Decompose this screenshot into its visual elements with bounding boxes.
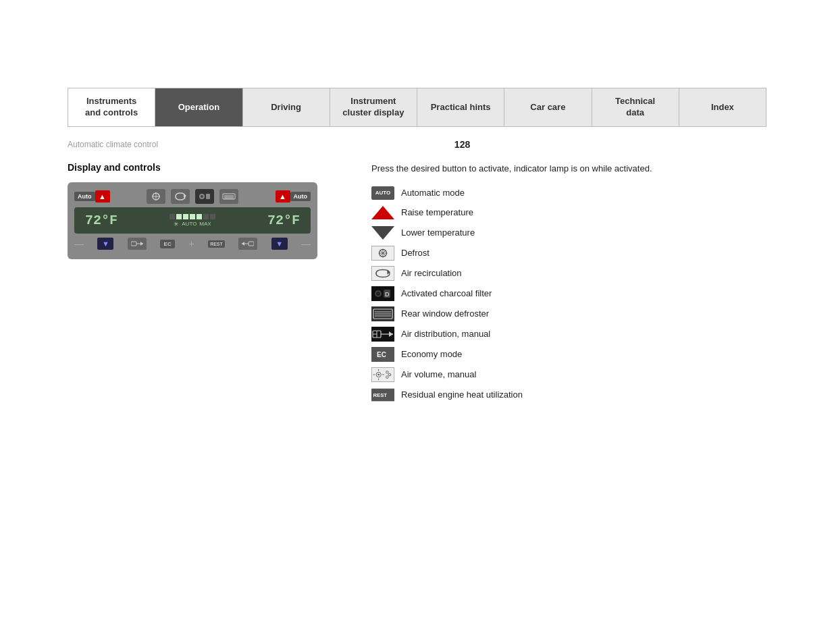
nav-item-instrument-cluster[interactable]: Instrument cluster display (330, 88, 417, 126)
panel-lower-btn-left[interactable]: ▼ (97, 238, 113, 250)
lcd-temp-left: 72°F (85, 213, 118, 228)
panel-rear-defroster-icon[interactable] (219, 189, 238, 204)
feature-row-defrost: Defrost (371, 246, 766, 261)
nav-item-index[interactable]: Index (679, 88, 766, 126)
feature-row-rear: Rear window defroster (371, 306, 766, 321)
badge-ec-icon: EC (371, 347, 394, 362)
lcd-temp-right: 72°F (267, 213, 300, 228)
nav-item-technical-data[interactable]: Technical data (592, 88, 679, 126)
panel-defrost-icon[interactable] (147, 189, 165, 204)
panel-air-dist-btn-right[interactable] (238, 238, 257, 250)
breadcrumb: Automatic climate control (68, 140, 158, 149)
panel-auto-label-right: Auto (290, 192, 311, 201)
svg-marker-16 (242, 242, 244, 246)
label-lower: Lower temperature (401, 227, 475, 238)
svg-marker-13 (140, 242, 143, 246)
page-number: 128 (158, 139, 766, 150)
label-dist: Air distribution, manual (401, 329, 490, 339)
label-rest: Residual engine heat utilization (401, 390, 523, 400)
right-column: Press the desired button to activate, in… (371, 162, 766, 402)
svg-rect-14 (249, 242, 254, 246)
feature-row-recirc: Air recirculation (371, 266, 766, 281)
feature-list: AUTO Automatic mode Raise temperature Lo… (371, 186, 766, 402)
badge-vol-icon (371, 367, 394, 382)
svg-marker-18 (371, 226, 394, 240)
svg-rect-5 (206, 194, 210, 199)
panel-lcd-display: 72°F ✳ AUTO (74, 207, 311, 234)
svg-text:D: D (385, 291, 390, 298)
badge-auto: AUTO (371, 186, 394, 200)
lcd-bar (170, 214, 215, 219)
climate-panel-illustration: Auto ▲ (68, 182, 317, 259)
navigation-bar: Instruments and controls Operation Drivi… (68, 88, 766, 127)
panel-auto-label-left: Auto (74, 192, 95, 201)
nav-item-car-care[interactable]: Car care (504, 88, 592, 126)
feature-row-lower: Lower temperature (371, 225, 766, 240)
svg-marker-17 (371, 206, 394, 219)
panel-recirc-icon[interactable] (171, 189, 190, 204)
panel-lower-btn-right[interactable]: ▼ (271, 238, 288, 250)
feature-row-ec: EC Economy mode (371, 347, 766, 362)
svg-point-29 (376, 292, 380, 296)
svg-rect-11 (131, 242, 136, 246)
label-raise: Raise temperature (401, 207, 473, 217)
intro-text: Press the desired button to activate, in… (371, 162, 766, 176)
badge-recirc-icon (371, 266, 394, 281)
label-auto: Automatic mode (401, 188, 465, 198)
section-title: Display and controls (68, 162, 351, 173)
panel-icons-row (110, 189, 276, 204)
badge-raise-icon (371, 205, 394, 220)
lcd-icon-row: ✳ AUTO MAX (174, 221, 211, 227)
svg-point-47 (377, 373, 380, 375)
badge-rest-icon: REST (371, 387, 394, 402)
feature-row-rest: REST Residual engine heat utilization (371, 387, 766, 402)
panel-rest-btn[interactable]: REST (208, 240, 225, 248)
nav-item-instruments[interactable]: Instruments and controls (68, 88, 155, 126)
feature-row-vol: Air volume, manual (371, 367, 766, 382)
label-charcoal: Activated charcoal filter (401, 288, 492, 298)
panel-bottom-row: — ▼ EC + REST (74, 238, 311, 250)
nav-item-driving[interactable]: Driving (243, 88, 330, 126)
label-vol: Air volume, manual (401, 369, 476, 379)
panel-ec-btn[interactable]: EC (160, 240, 175, 248)
badge-rear-icon (371, 306, 394, 321)
badge-lower-icon (371, 225, 394, 240)
svg-text:REST: REST (373, 392, 388, 398)
feature-row-auto: AUTO Automatic mode (371, 186, 766, 200)
label-defrost: Defrost (401, 248, 429, 258)
panel-raise-btn-right[interactable]: ▲ (276, 190, 290, 203)
page-content: Automatic climate control 128 Display an… (68, 127, 766, 402)
feature-row-dist: Air distribution, manual (371, 327, 766, 342)
feature-row-charcoal: D Activated charcoal filter (371, 286, 766, 301)
feature-row-raise: Raise temperature (371, 205, 766, 220)
panel-air-dist-btn[interactable] (128, 238, 147, 250)
badge-charcoal-icon: D (371, 286, 394, 301)
badge-dist-icon (371, 327, 394, 342)
label-rear: Rear window defroster (401, 308, 489, 319)
svg-point-6 (201, 195, 203, 198)
badge-defrost-icon (371, 246, 394, 261)
nav-item-operation[interactable]: Operation (155, 88, 242, 126)
left-column: Display and controls Auto ▲ (68, 162, 351, 259)
svg-text:EC: EC (377, 351, 386, 358)
panel-charcoal-icon[interactable] (195, 189, 214, 204)
nav-item-practical-hints[interactable]: Practical hints (417, 88, 504, 126)
label-ec: Economy mode (401, 349, 462, 359)
label-recirc: Air recirculation (401, 268, 462, 278)
panel-raise-btn-left[interactable]: ▲ (95, 190, 110, 203)
